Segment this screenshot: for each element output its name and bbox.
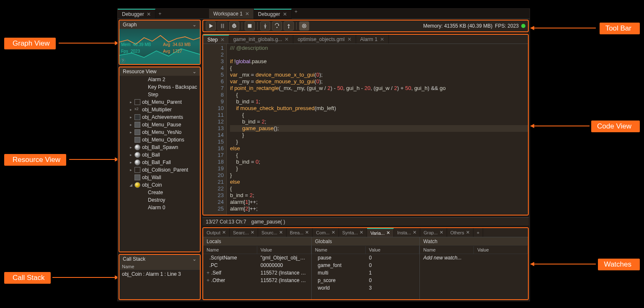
watch-tab[interactable]: Varia...✕ — [367, 228, 394, 237]
graph-canvas: Mem 40.39 MB Avg 34.63 MB Fps 2023 Avg 1… — [119, 29, 200, 64]
variable-row[interactable]: game_font0 — [312, 262, 420, 269]
watch-tab[interactable]: Others✕ — [447, 228, 473, 237]
close-icon[interactable]: ✕ — [347, 36, 352, 42]
watch-tab[interactable]: Sourc...✕ — [258, 228, 287, 237]
play-button[interactable] — [206, 21, 216, 31]
close-icon[interactable]: ✕ — [251, 230, 254, 235]
close-icon[interactable]: ✕ — [147, 11, 151, 17]
debug-toolbar: Memory: 41355 KB (40.39 MB) FPS: 2023 — [202, 20, 529, 32]
close-icon[interactable]: ✕ — [386, 230, 390, 236]
restart-button[interactable] — [229, 21, 239, 31]
code-status-bar: 13/27 Col:13 Ch:7 game_pause( ) — [202, 217, 529, 226]
tree-item[interactable]: obj_Menu_Options — [119, 136, 200, 144]
close-icon[interactable]: ✕ — [440, 230, 443, 235]
tree-item[interactable]: ▸obj_Menu_Pause — [119, 121, 200, 128]
variable-row[interactable]: multi1 — [312, 269, 420, 277]
variable-row[interactable]: +.Self115572 (Instance of ob — [203, 269, 311, 277]
tree-item[interactable]: ▸obj_Ball — [119, 151, 200, 159]
code-tab[interactable]: Step✕ — [203, 35, 229, 44]
callstack-row[interactable]: obj_Coin : Alarm 1 : Line 3 — [119, 270, 200, 278]
chevron-down-icon[interactable]: ⌄ — [192, 22, 197, 28]
tree-item[interactable]: ▸obj_Collision_Parent — [119, 166, 200, 174]
tree-item[interactable]: ▸obj_Ball_Spawn — [119, 144, 200, 151]
resource-panel-header[interactable]: Resource View ⌄ — [119, 67, 200, 76]
annotation-resource-view: Resource View — [4, 154, 66, 166]
tree-item[interactable]: ◢obj_Coin — [119, 181, 200, 189]
tree-item-label: obj_Collision_Parent — [142, 167, 188, 173]
chevron-down-icon[interactable]: ⌄ — [192, 69, 197, 74]
tree-item[interactable]: ▸obj_Menu_Parent — [119, 98, 200, 106]
watch-tab[interactable]: Brea...✕ — [287, 228, 313, 237]
watch-column: Watch NameValue Add new watch... — [420, 237, 528, 299]
tree-item[interactable]: Alarm 2 — [119, 76, 200, 83]
watch-tab[interactable]: Com...✕ — [313, 228, 339, 237]
close-icon[interactable]: ✕ — [466, 230, 470, 235]
workspace-tab-1[interactable]: Workspace 1 ✕ — [209, 9, 254, 19]
close-icon[interactable]: ✕ — [331, 230, 335, 235]
chevron-down-icon[interactable]: ⌄ — [192, 256, 197, 262]
graph-panel-header[interactable]: Graph ⌄ — [119, 21, 200, 29]
code-tab[interactable]: game_init_globals.g...✕ — [229, 35, 294, 44]
tree-item[interactable]: Key Press - Backspac — [119, 83, 200, 91]
tree-item-label: obj_Ball_Spawn — [142, 144, 178, 150]
variable-row[interactable]: .ScriptName"gml_Object_obj_Coin_ — [203, 254, 311, 262]
close-icon[interactable]: ✕ — [279, 230, 283, 235]
variable-row[interactable]: world3 — [312, 284, 420, 292]
step-into-button[interactable] — [260, 21, 270, 31]
watch-tab[interactable]: Output✕ — [203, 228, 230, 237]
pause-button[interactable] — [217, 21, 228, 31]
watch-tab[interactable]: Insta...✕ — [394, 228, 420, 237]
tree-item[interactable]: Create — [119, 189, 200, 196]
close-icon[interactable]: ✕ — [220, 37, 225, 43]
resource-tree[interactable]: Alarm 2Key Press - BackspacStep▸obj_Menu… — [119, 76, 200, 252]
close-icon[interactable]: ✕ — [245, 11, 249, 17]
stop-button[interactable] — [245, 21, 255, 31]
add-workspace-tab-button[interactable]: + — [292, 9, 301, 19]
watch-tab-strip: Output✕Searc...✕Sourc...✕Brea...✕Com...✕… — [203, 228, 528, 237]
realtime-toggle-button[interactable] — [299, 21, 309, 31]
code-tab[interactable]: optimise_objects.gml✕ — [293, 35, 356, 44]
tree-item[interactable]: Destroy — [119, 196, 200, 204]
code-editor[interactable]: /// @descriptionif !global.pause{var _mx… — [227, 44, 528, 215]
tree-item-label: obj_Menu_YesNo — [142, 129, 181, 135]
close-icon[interactable]: ✕ — [305, 230, 309, 235]
object-icon — [134, 137, 140, 143]
variable-row[interactable]: +.Other115572 (Instance of ob — [203, 277, 311, 284]
tree-item[interactable]: ▸obj_Menu_YesNo — [119, 128, 200, 136]
step-out-button[interactable] — [284, 21, 294, 31]
watch-tab[interactable]: Synta...✕ — [339, 228, 367, 237]
watch-tab[interactable]: Searc...✕ — [230, 228, 258, 237]
close-icon[interactable]: ✕ — [284, 36, 289, 42]
ide-tab-debugger[interactable]: Debugger ✕ — [118, 9, 155, 18]
code-tab[interactable]: Alarm 1✕ — [356, 35, 389, 44]
ide-window: Debugger ✕ + Workspace 1 ✕ Debugger ✕ + … — [117, 8, 530, 301]
close-icon[interactable]: ✕ — [283, 11, 287, 17]
variable-row[interactable]: pause0 — [312, 254, 420, 262]
callstack-panel-header[interactable]: Call Stack ⌄ — [119, 255, 200, 263]
annotation-call-stack: Call Stack — [4, 272, 51, 284]
watch-tab[interactable]: Grap...✕ — [420, 228, 447, 237]
tree-item-label: obj_Multiplier — [142, 107, 172, 113]
workspace-tab-debugger[interactable]: Debugger ✕ — [254, 9, 292, 19]
close-icon[interactable]: ✕ — [413, 230, 416, 235]
status-led-icon — [521, 24, 525, 28]
tree-item[interactable]: obj_Wall — [119, 174, 200, 181]
tree-item[interactable]: Alarm 0 — [119, 204, 200, 211]
ide-tab-strip: Debugger ✕ + — [118, 9, 530, 19]
callstack-panel: Call Stack ⌄ Name obj_Coin : Alarm 1 : L… — [119, 254, 201, 300]
tree-item[interactable]: ▸obj_Ball_Fall — [119, 159, 200, 166]
tree-item[interactable]: ▸x2obj_Multiplier — [119, 106, 200, 113]
add-tab-button[interactable]: + — [155, 11, 165, 17]
variable-row[interactable]: p_score0 — [312, 277, 420, 284]
tree-item[interactable]: Step — [119, 91, 200, 98]
close-icon[interactable]: ✕ — [222, 230, 226, 235]
step-over-button[interactable] — [272, 21, 282, 31]
variable-row[interactable]: .PC00000000 — [203, 262, 311, 269]
tree-item[interactable]: ▸obj_Achievements — [119, 113, 200, 121]
help-icon[interactable]: ? — [120, 58, 125, 63]
tree-item-label: Destroy — [148, 197, 165, 203]
add-watch-input[interactable]: Add new watch... — [420, 254, 474, 262]
add-watch-tab-button[interactable]: + — [473, 228, 483, 237]
close-icon[interactable]: ✕ — [380, 36, 384, 42]
close-icon[interactable]: ✕ — [360, 230, 363, 235]
